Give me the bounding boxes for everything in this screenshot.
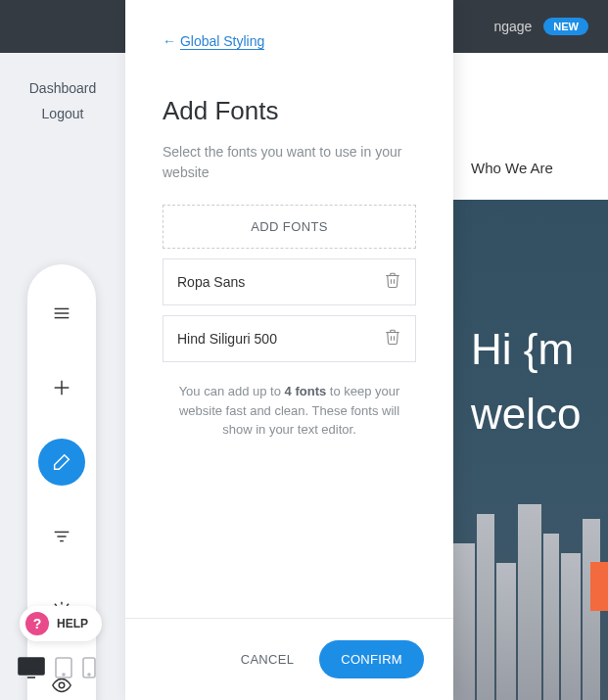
menu-tool[interactable]: [38, 290, 85, 337]
dashboard-link[interactable]: Dashboard: [29, 80, 97, 96]
desktop-device[interactable]: [18, 657, 45, 682]
back-to-global-styling[interactable]: ← Global Styling: [163, 33, 416, 49]
topbar-engage-text: ngage: [493, 19, 532, 34]
hero-section: Hi {m welco: [453, 200, 608, 700]
font-limit-hint: You can add up to 4 fonts to keep your w…: [163, 382, 416, 440]
mobile-device[interactable]: [82, 657, 96, 682]
svg-rect-13: [56, 658, 71, 677]
cancel-button[interactable]: CANCEL: [241, 652, 295, 667]
back-link-label: Global Styling: [180, 33, 264, 50]
hero-text: Hi {m welco: [471, 317, 582, 446]
hamburger-icon: [51, 303, 72, 324]
panel-footer: CANCEL CONFIRM: [125, 618, 453, 700]
site-preview: Who We Are Hi {m welco: [453, 53, 608, 700]
delete-font-0[interactable]: [384, 271, 401, 293]
brush-icon: [51, 451, 72, 473]
filter-icon: [51, 526, 72, 547]
svg-point-14: [63, 674, 65, 676]
design-tool[interactable]: [38, 439, 85, 486]
hero-cta-edge[interactable]: [590, 562, 608, 611]
font-name-0: Ropa Sans: [177, 274, 245, 290]
hero-line-2: welco: [471, 382, 582, 446]
font-name-1: Hind Siliguri 500: [177, 331, 277, 347]
trash-icon: [384, 271, 401, 289]
svg-rect-10: [19, 658, 44, 675]
add-fonts-panel: ← Global Styling Add Fonts Select the fo…: [125, 0, 453, 700]
help-button[interactable]: ? HELP: [20, 606, 102, 641]
help-icon: ?: [25, 612, 49, 635]
svg-point-16: [88, 674, 90, 676]
preview-nav: Who We Are: [453, 53, 608, 200]
add-tool[interactable]: [38, 364, 85, 411]
desktop-icon: [18, 657, 45, 678]
nav-who-we-are[interactable]: Who We Are: [471, 160, 553, 176]
delete-font-1[interactable]: [384, 328, 401, 350]
skyline-image: [453, 485, 608, 700]
confirm-button[interactable]: CONFIRM: [319, 640, 424, 678]
logout-link[interactable]: Logout: [42, 106, 84, 121]
filter-tool[interactable]: [38, 513, 85, 560]
font-item-0: Ropa Sans: [163, 258, 416, 305]
svg-rect-15: [83, 658, 95, 677]
panel-title: Add Fonts: [163, 96, 416, 126]
trash-icon: [384, 328, 401, 346]
help-label: HELP: [57, 617, 88, 630]
tablet-device[interactable]: [55, 657, 72, 682]
new-badge: NEW: [543, 18, 588, 35]
mobile-icon: [82, 657, 96, 678]
hero-line-1: Hi {m: [471, 317, 582, 382]
panel-subtitle: Select the fonts you want to use in your…: [163, 142, 416, 183]
device-switcher: [18, 657, 96, 682]
plus-icon: [51, 377, 72, 398]
left-sidebar: Dashboard Logout ? HELP: [0, 53, 125, 700]
font-item-1: Hind Siliguri 500: [163, 315, 416, 362]
tablet-icon: [55, 657, 72, 678]
back-arrow-icon: ←: [163, 33, 176, 49]
add-fonts-button[interactable]: ADD FONTS: [163, 205, 416, 249]
svg-point-9: [59, 682, 65, 688]
